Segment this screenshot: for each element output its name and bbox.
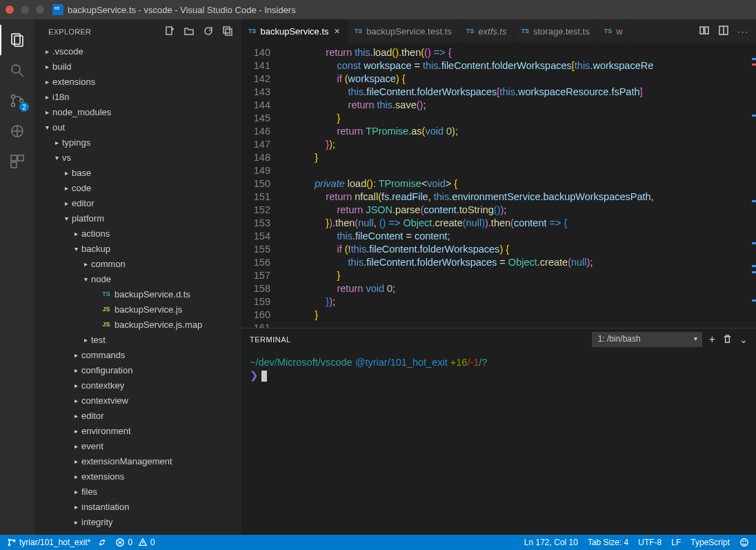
window-close-button[interactable] <box>6 6 14 14</box>
tree-item[interactable]: extensions <box>34 469 241 484</box>
term-behind: /-1 <box>467 357 479 368</box>
term-q: /? <box>479 357 487 368</box>
search-view-button[interactable] <box>0 55 34 86</box>
new-terminal-button[interactable]: + <box>709 333 715 346</box>
tree-item[interactable]: common <box>34 256 241 271</box>
tree-item[interactable]: vs <box>34 150 241 165</box>
tree-item[interactable]: platform <box>34 210 241 226</box>
tree-item[interactable]: configuration <box>34 362 241 377</box>
tree-item[interactable]: environment <box>34 423 241 438</box>
editor-tab[interactable]: TSbackupService.ts× <box>241 19 348 43</box>
tree-item[interactable]: editor <box>34 195 241 210</box>
tree-item[interactable]: out <box>34 119 241 135</box>
tab-label: backupService.ts <box>261 26 329 37</box>
scm-view-button[interactable]: 2 <box>0 86 34 116</box>
editor-tab[interactable]: TSextfs.ts <box>459 19 515 43</box>
tree-item[interactable]: actions <box>34 226 241 241</box>
status-lang[interactable]: TypeScript <box>690 538 730 547</box>
tree-item[interactable]: commands <box>34 347 241 362</box>
tree-item[interactable]: backup <box>34 241 241 256</box>
tree-item[interactable]: contextview <box>34 393 241 408</box>
twistie-icon <box>72 351 80 359</box>
tree-item[interactable]: event <box>34 438 241 453</box>
editor-tab[interactable]: TSbackupService.test.ts <box>348 19 459 43</box>
file-tree[interactable]: .vscodebuildextensionsi18nnode_modulesou… <box>34 43 241 535</box>
split-editor-button[interactable] <box>718 25 729 38</box>
svg-rect-18 <box>700 27 704 34</box>
status-lncol[interactable]: Ln 172, Col 10 <box>524 538 578 547</box>
status-encoding[interactable]: UTF-8 <box>638 538 662 547</box>
files-icon <box>9 32 26 48</box>
tree-item-label: test <box>91 335 106 345</box>
status-tabsize[interactable]: Tab Size: 4 <box>588 538 628 547</box>
svg-rect-12 <box>11 162 17 168</box>
twistie-icon <box>72 245 80 253</box>
compare-button[interactable] <box>699 25 710 38</box>
js-file-icon: JS <box>101 321 112 328</box>
twistie-icon <box>72 382 80 389</box>
sidebar-header: EXPLORER <box>34 19 241 43</box>
tree-item[interactable]: code <box>34 180 241 195</box>
tree-item[interactable]: integrity <box>34 514 241 529</box>
twistie-icon <box>72 503 80 511</box>
refresh-button[interactable] <box>203 26 214 38</box>
editor-tab[interactable]: TSstorage.test.ts <box>514 19 597 43</box>
refresh-icon <box>203 26 214 37</box>
status-feedback[interactable] <box>739 538 749 547</box>
scm-badge: 2 <box>19 102 29 112</box>
terminal-selector[interactable]: 1: /bin/bash <box>592 332 702 347</box>
new-file-button[interactable] <box>164 26 175 38</box>
tree-item[interactable]: instantiation <box>34 499 241 514</box>
window-minimize-button[interactable] <box>21 6 29 14</box>
tree-item[interactable]: i18n <box>34 89 241 104</box>
panel: TERMINAL 1: /bin/bash + ⌄ ~/dev/Microsof… <box>241 328 756 535</box>
tree-item[interactable]: base <box>34 165 241 180</box>
new-folder-button[interactable] <box>183 26 195 38</box>
tree-item[interactable]: node <box>34 271 241 286</box>
tree-item-label: instantiation <box>81 502 129 512</box>
ts-file-icon: TS <box>101 291 112 297</box>
tree-item[interactable]: JSbackupService.js.map <box>34 317 241 332</box>
window-title: backupService.ts - vscode - Visual Studi… <box>68 5 296 15</box>
tree-item[interactable]: extensions <box>34 74 241 89</box>
activity-bar: 2 <box>0 19 34 535</box>
tree-item[interactable]: files <box>34 484 241 499</box>
panel-title[interactable]: TERMINAL <box>250 335 291 344</box>
terminal-body[interactable]: ~/dev/Microsoft/vscode @tyriar/101_hot_e… <box>241 351 756 535</box>
tree-item[interactable]: editor <box>34 408 241 423</box>
minimap[interactable] <box>749 43 756 328</box>
folding-gutter[interactable] <box>283 43 292 328</box>
tree-item[interactable]: TSbackupService.d.ts <box>34 286 241 302</box>
tree-item[interactable]: build <box>34 59 241 74</box>
tree-item[interactable]: node_modules <box>34 104 241 119</box>
tab-close-button[interactable]: × <box>335 26 340 37</box>
debug-view-button[interactable] <box>0 116 34 146</box>
status-problems[interactable]: 0 0 <box>115 538 155 547</box>
panel-toggle-button[interactable]: ⌄ <box>739 334 748 345</box>
tree-item[interactable]: contextkey <box>34 377 241 393</box>
status-branch[interactable]: tyriar/101_hot_exit* <box>7 538 107 547</box>
extensions-icon <box>9 153 26 170</box>
editor-tab[interactable]: TSw <box>597 19 630 43</box>
window-maximize-button[interactable] <box>36 6 44 14</box>
tree-item[interactable]: test <box>34 332 241 347</box>
explorer-view-button[interactable] <box>0 25 34 55</box>
extensions-view-button[interactable] <box>0 146 34 177</box>
tree-item[interactable]: .vscode <box>34 43 241 59</box>
ts-file-icon: TS <box>355 28 363 35</box>
code-content[interactable]: return this.load().then(() => { const wo… <box>292 43 756 328</box>
svg-point-22 <box>8 539 10 541</box>
kill-terminal-button[interactable] <box>722 334 733 346</box>
more-actions-button[interactable]: ··· <box>737 26 749 37</box>
tree-item[interactable]: typings <box>34 135 241 150</box>
tree-item[interactable]: JSbackupService.js <box>34 302 241 317</box>
tree-item-label: environment <box>81 426 131 436</box>
code-editor[interactable]: 1401411421431441451461471481491501511521… <box>241 43 756 328</box>
collapse-all-button[interactable] <box>222 26 233 38</box>
tree-item-label: backupService.d.ts <box>115 289 190 299</box>
tree-item-label: contextview <box>81 395 128 406</box>
tree-item[interactable]: extensionManagement <box>34 453 241 469</box>
status-eol[interactable]: LF <box>671 538 681 547</box>
tree-item-label: code <box>72 183 91 193</box>
tab-label: backupService.test.ts <box>366 26 452 37</box>
